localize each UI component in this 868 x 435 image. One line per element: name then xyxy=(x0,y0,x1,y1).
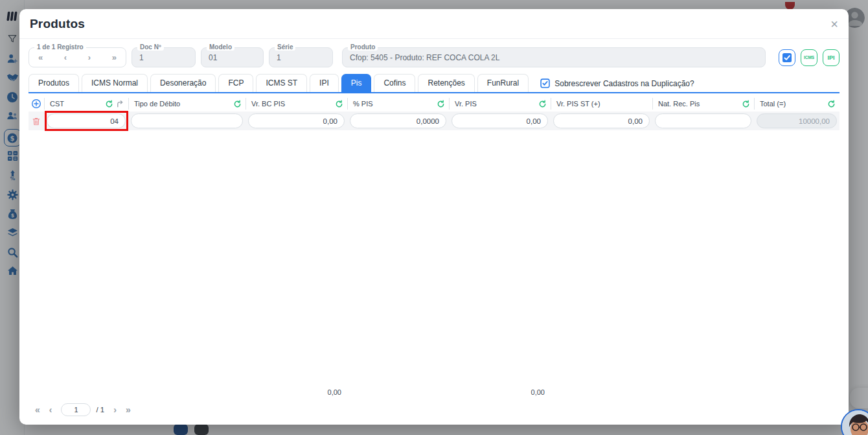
doc-number-field-wrap: Doc Nº xyxy=(131,47,196,67)
record-count-label: 1 de 1 Registro xyxy=(34,43,86,51)
ipi-button[interactable]: IPI xyxy=(823,49,839,66)
modelo-field-wrap: Modelo xyxy=(201,47,264,67)
page-title: Produtos xyxy=(30,17,85,31)
duplication-checkbox[interactable]: Sobrescrever Cadastros na Duplicação? xyxy=(540,78,694,88)
icms-button[interactable]: ICMS xyxy=(801,49,817,66)
tab-fcp[interactable]: FCP xyxy=(218,74,253,92)
produto-field-wrap: Produto xyxy=(342,47,766,67)
serie-input[interactable] xyxy=(277,53,325,62)
modal-header: Produtos × xyxy=(19,9,849,39)
refresh-icon[interactable] xyxy=(742,100,750,108)
produto-label: Produto xyxy=(348,43,378,51)
column-header-total: Total (=) xyxy=(754,98,839,110)
tab-cofins[interactable]: Cofins xyxy=(374,74,415,92)
column-header-cst: CST xyxy=(44,98,128,110)
tab-bar: Produtos ICMS Normal Desoneração FCP ICM… xyxy=(29,74,839,93)
refresh-icon[interactable] xyxy=(233,100,242,108)
grid-empty-body xyxy=(29,130,839,387)
grid-footer-totals: 0,00 0,00 xyxy=(29,387,839,397)
tab-funrural[interactable]: FunRural xyxy=(477,74,529,92)
pis-grid: CST Tipo de Débito Vr. BC PIS % PIS Vr. … xyxy=(19,93,849,399)
first-record-button[interactable]: « xyxy=(38,53,43,62)
header-buttons: ICMS IPI xyxy=(779,49,839,66)
doc-number-label: Doc Nº xyxy=(137,43,164,51)
refresh-icon[interactable] xyxy=(437,100,445,108)
tab-produtos[interactable]: Produtos xyxy=(29,74,79,92)
footer-total-vr-bc-pis: 0,00 xyxy=(246,388,347,396)
produto-input[interactable] xyxy=(350,53,758,62)
serie-field-wrap: Série xyxy=(269,47,333,67)
last-record-button[interactable]: » xyxy=(112,53,117,62)
column-header-pct-pis: % PIS xyxy=(347,98,449,110)
pagination: « ‹ / 1 › » xyxy=(19,399,849,425)
tab-pis[interactable]: Pis xyxy=(341,74,372,92)
nat-rec-pis-cell xyxy=(652,113,754,128)
serie-label: Série xyxy=(275,43,295,51)
vr-bc-pis-cell xyxy=(246,113,347,128)
modelo-label: Modelo xyxy=(207,43,234,51)
add-row-button[interactable] xyxy=(29,99,44,109)
vr-pis-input[interactable] xyxy=(451,113,548,128)
table-row xyxy=(29,112,839,130)
page-count-label: / 1 xyxy=(96,406,104,414)
column-header-vr-pis: Vr. PIS xyxy=(449,98,551,110)
pct-pis-input[interactable] xyxy=(350,113,446,128)
total-cell xyxy=(754,113,839,128)
select-all-button[interactable] xyxy=(779,49,795,66)
doc-number-input[interactable] xyxy=(139,53,188,62)
trash-icon xyxy=(32,117,41,126)
refresh-icon[interactable] xyxy=(827,100,836,108)
vr-pis-st-input[interactable] xyxy=(553,113,650,128)
tab-desoneracao[interactable]: Desoneração xyxy=(150,74,216,92)
footer-total-vr-pis: 0,00 xyxy=(449,388,551,396)
tab-ipi[interactable]: IPI xyxy=(310,74,339,92)
vr-pis-cell xyxy=(449,113,551,128)
last-page-button[interactable]: » xyxy=(126,405,131,415)
tab-icms-normal[interactable]: ICMS Normal xyxy=(82,74,148,92)
pct-pis-cell xyxy=(347,113,449,128)
record-controls: 1 de 1 Registro « ‹ › » Doc Nº Modelo Sé… xyxy=(19,39,849,67)
column-header-vr-pis-st: Vr. PIS ST (+) xyxy=(551,98,652,110)
checkbox-icon xyxy=(540,78,550,88)
produtos-modal: Produtos × 1 de 1 Registro « ‹ › » Doc N… xyxy=(19,9,849,425)
next-page-button[interactable]: › xyxy=(113,405,117,415)
refresh-icon[interactable] xyxy=(105,100,113,108)
delete-row-button[interactable] xyxy=(29,117,44,126)
page-input[interactable] xyxy=(61,403,91,416)
checkbox-check-icon xyxy=(781,52,793,64)
column-header-tipo-debito: Tipo de Débito xyxy=(128,98,246,110)
grid-header: CST Tipo de Débito Vr. BC PIS % PIS Vr. … xyxy=(29,96,839,112)
prev-page-button[interactable]: ‹ xyxy=(49,405,52,415)
branch-arrow-icon[interactable] xyxy=(116,100,124,108)
cst-input[interactable] xyxy=(47,113,126,128)
nat-rec-pis-input[interactable] xyxy=(655,113,751,128)
first-page-button[interactable]: « xyxy=(35,405,40,415)
duplication-checkbox-label: Sobrescrever Cadastros na Duplicação? xyxy=(554,79,694,88)
column-header-nat-rec-pis: Nat. Rec. Pis xyxy=(652,98,754,110)
refresh-icon[interactable] xyxy=(335,100,343,108)
modelo-input[interactable] xyxy=(209,53,256,62)
refresh-icon[interactable] xyxy=(538,100,547,108)
prev-record-button[interactable]: ‹ xyxy=(64,53,67,62)
close-icon[interactable]: × xyxy=(830,18,838,30)
plus-circle-icon xyxy=(31,99,41,109)
next-record-button[interactable]: › xyxy=(88,53,91,62)
vr-pis-st-cell xyxy=(551,113,652,128)
vr-bc-pis-input[interactable] xyxy=(248,113,345,128)
tab-retencoes[interactable]: Retenções xyxy=(418,74,474,92)
record-navigator: 1 de 1 Registro « ‹ › » xyxy=(29,47,126,67)
total-input xyxy=(757,113,837,128)
tipo-debito-input[interactable] xyxy=(131,113,243,128)
tipo-debito-cell xyxy=(128,113,246,128)
tab-icms-st[interactable]: ICMS ST xyxy=(256,74,307,92)
column-header-vr-bc-pis: Vr. BC PIS xyxy=(246,98,347,110)
cst-cell xyxy=(44,113,128,128)
